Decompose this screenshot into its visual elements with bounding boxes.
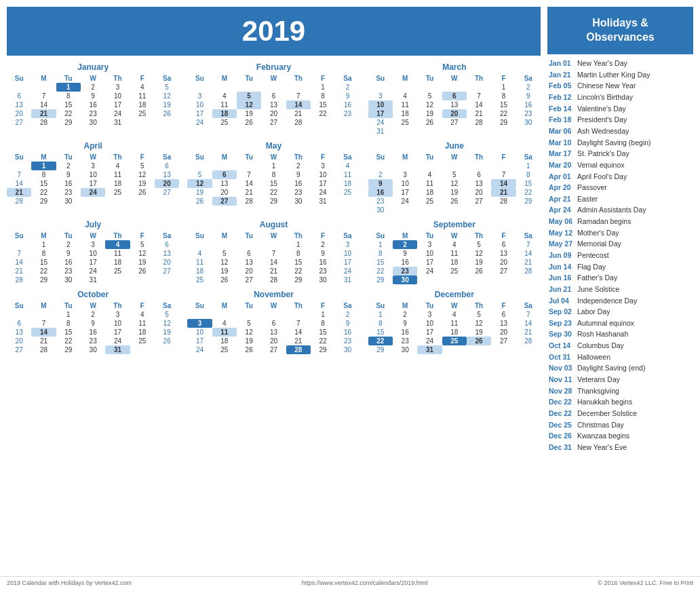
calendar-day: 27 (467, 197, 491, 206)
calendar-day: 27 (261, 118, 286, 127)
day-header-tu: Tu (417, 231, 442, 240)
calendar-day: 12 (130, 249, 155, 258)
calendar-day: 2 (368, 170, 393, 179)
calendar-day: 9 (393, 249, 417, 258)
holiday-row: Sep 23Autumnal equinox (547, 318, 693, 329)
sidebar: Holidays &Observances Jan 01New Year's D… (547, 7, 693, 569)
day-header-m: M (393, 231, 417, 240)
calendar-day: 15 (286, 258, 311, 267)
calendar-day: 11 (187, 258, 212, 267)
day-header-tu: Tu (237, 74, 261, 83)
day-header-f: F (130, 301, 155, 310)
day-header-m: M (393, 74, 417, 83)
calendar-day: 1 (368, 240, 393, 249)
calendar-day: 25 (130, 109, 155, 118)
calendar-day: 22 (31, 267, 56, 276)
calendar-day: 4 (442, 240, 467, 249)
holiday-row: Apr 20Passover (547, 183, 693, 194)
holiday-row: Dec 25Christmas Day (547, 419, 693, 431)
calendar-day: 3 (105, 83, 130, 92)
day-header-th: Th (105, 153, 130, 162)
calendar-day: 17 (105, 328, 130, 337)
calendar-day: 12 (467, 319, 491, 328)
calendar-day: 17 (187, 337, 212, 345)
holiday-row: Dec 22Hanukkah begins (547, 397, 693, 408)
day-header-su: Su (7, 231, 31, 240)
calendar-day (105, 197, 130, 206)
calendar-day (467, 127, 491, 136)
calendar-day: 9 (56, 170, 81, 179)
calendar-day: 3 (81, 162, 105, 170)
calendar-day: 6 (155, 162, 179, 170)
holiday-row: Dec 26Kwanzaa begins (547, 431, 693, 442)
calendar-day: 7 (31, 319, 56, 328)
calendar-day: 20 (491, 328, 516, 337)
holiday-date: Dec 25 (549, 421, 575, 430)
calendar-day: 15 (31, 258, 56, 267)
calendar-day: 28 (516, 337, 541, 345)
calendar-day: 23 (516, 109, 541, 118)
calendar-day: 22 (491, 109, 516, 118)
holiday-date: Dec 22 (549, 409, 575, 419)
holiday-date: Dec 22 (549, 398, 575, 407)
day-header-f: F (491, 301, 516, 310)
calendar-day: 8 (56, 92, 81, 100)
calendar-day: 19 (212, 267, 237, 276)
calendar-day: 12 (442, 179, 467, 188)
day-header-sa: Sa (335, 153, 359, 162)
calendar-day: 25 (212, 118, 237, 127)
months-grid: JanuarySuMTuWThFSa1234567891011121314151… (7, 62, 541, 354)
day-header-su: Su (187, 74, 212, 83)
calendar-day: 24 (105, 337, 130, 345)
calendar-day: 20 (442, 109, 467, 118)
calendar-day: 12 (237, 328, 261, 337)
holiday-row: Apr 21Easter (547, 193, 693, 205)
calendar-day: 27 (442, 118, 467, 127)
calendar-day: 16 (286, 179, 311, 188)
calendar-day: 15 (311, 100, 335, 109)
calendar-day (516, 127, 541, 136)
calendar-day: 9 (393, 319, 417, 328)
calendar-day: 13 (7, 100, 31, 109)
calendar-day: 7 (237, 170, 261, 179)
holiday-name: Halloween (577, 353, 610, 362)
calendar-day: 14 (7, 179, 31, 188)
calendar-day: 1 (516, 162, 541, 170)
holiday-date: Apr 21 (549, 195, 575, 204)
calendar-day: 4 (187, 249, 212, 258)
calendar-day (130, 118, 155, 127)
calendar-day: 13 (261, 328, 286, 337)
calendar-day: 29 (31, 197, 56, 206)
calendar-day: 26 (442, 197, 467, 206)
calendar-day: 24 (417, 267, 442, 276)
day-header-m: M (31, 74, 56, 83)
calendar-day: 3 (368, 92, 393, 100)
day-header-f: F (130, 231, 155, 240)
calendar-day: 1 (311, 83, 335, 92)
calendar-day (467, 206, 491, 214)
calendar-day: 6 (261, 92, 286, 100)
month-title-september: September (368, 220, 541, 229)
calendar-day (261, 240, 286, 249)
holiday-name: Vernal equinox (577, 161, 624, 170)
calendar-day: 5 (237, 92, 261, 100)
holiday-name: Easter (577, 195, 598, 204)
holiday-row: Apr 24Admin Assistants Day (547, 205, 693, 216)
calendar-day: 6 (467, 170, 491, 179)
calendar-day: 24 (393, 197, 417, 206)
day-header-f: F (130, 74, 155, 83)
day-header-sa: Sa (155, 74, 179, 83)
sidebar-header: Holidays &Observances (547, 7, 693, 54)
month-january: JanuarySuMTuWThFSa1234567891011121314151… (7, 62, 179, 136)
calendar-day: 19 (187, 188, 212, 197)
calendar-day: 3 (187, 92, 212, 100)
calendar-day: 6 (237, 249, 261, 258)
calendar-day (187, 162, 212, 170)
holiday-row: May 06Ramadan begins (547, 216, 693, 228)
calendar-day: 9 (368, 179, 393, 188)
calendar-day: 29 (368, 276, 393, 284)
calendar-day: 16 (335, 100, 359, 109)
calendar-day: 15 (368, 328, 393, 337)
day-header-w: W (81, 231, 105, 240)
calendar-day: 25 (442, 267, 467, 276)
